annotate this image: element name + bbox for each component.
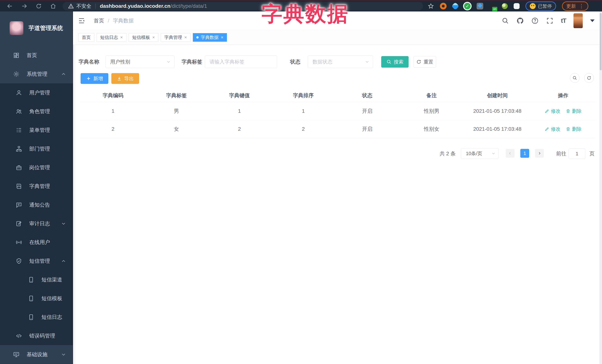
security-label: 不安全 [76,3,91,10]
tab-sms-template[interactable]: 短信模板 × [129,33,158,42]
table-row[interactable]: 1 男 1 1 开启 性别男 2021-01-05 17:03:48 修改 [81,102,595,120]
breadcrumb-home[interactable]: 首页 [94,17,104,24]
page-number-button[interactable]: 1 [520,149,529,158]
menu-list-icon [16,127,22,134]
column-header: 字典键值 [207,92,271,99]
breadcrumb-separator: / [108,18,109,24]
tab-dict-manage[interactable]: 字典管理 × [161,33,190,42]
cell-status: 开启 [335,125,399,133]
fullscreen-icon[interactable] [546,17,553,24]
app-logo-row[interactable]: 芋道管理系统 [0,11,73,45]
extension-gem-icon[interactable] [452,2,459,10]
sidebar-fold-icon[interactable] [78,17,85,24]
dict-tag-input[interactable] [205,56,277,68]
sidebar-item-label: 短信日志 [42,314,62,321]
profile-paused-chip[interactable]: 已暂停 [526,1,556,11]
download-icon [117,76,122,81]
next-page-button[interactable] [535,149,544,158]
close-icon[interactable]: × [152,35,155,40]
edit-link[interactable]: 修改 [545,126,560,132]
window-scrollbar[interactable] [599,11,602,364]
font-size-icon[interactable]: tT [561,17,566,24]
sidebar-item-sms-channel[interactable]: 短信渠道 [0,270,73,289]
sidebar-item-home[interactable]: 首页 [0,46,73,65]
sidebar-item-sms-log[interactable]: 短信日志 [0,308,73,326]
delete-link[interactable]: 删除 [566,126,582,132]
cell-sort: 1 [271,108,335,114]
status-select[interactable]: 数据状态 [308,56,373,68]
extensions-puzzle-icon[interactable] [514,3,520,9]
breadcrumb: 首页 / 字典数据 [94,17,134,24]
tab-dict-data[interactable]: 字典数据 × [193,33,227,42]
close-icon[interactable]: × [184,35,187,40]
bookmark-star-icon[interactable] [428,3,434,9]
github-icon[interactable] [516,17,524,24]
avatar-caret-icon[interactable] [590,20,595,22]
sidebar-item-sms-template[interactable]: 短信模板 [0,289,73,308]
delete-label: 删除 [572,108,582,114]
sidebar-item-system[interactable]: 系统管理 [0,65,73,83]
browser-back-icon[interactable] [7,3,13,9]
table-row[interactable]: 2 女 2 2 开启 性别女 2021-01-05 17:03:48 修改 [81,120,595,138]
sidebar-item-error-codes[interactable]: 错误码管理 [0,326,73,345]
refresh-table-button[interactable] [584,73,594,83]
dict-name-label: 字典名称 [78,56,99,68]
sidebar-item-audit-log[interactable]: 审计日志 [0,214,73,233]
close-icon[interactable]: × [221,35,223,40]
toggle-search-button[interactable] [570,73,580,83]
extension-check-icon[interactable] [464,3,471,10]
url-path: /dict/type/data/1 [171,3,207,9]
sidebar-item-roles[interactable]: 角色管理 [0,102,73,121]
sidebar-item-label: 系统管理 [27,71,47,78]
extension-leaf-icon[interactable] [502,3,508,9]
add-button[interactable]: 新增 [81,73,108,84]
browser-menu-icon[interactable]: ⋮ [579,3,584,9]
tab-home[interactable]: 首页 [78,33,94,42]
export-button[interactable]: 导出 [111,73,139,84]
page-size-select[interactable]: 10条/页 [461,148,498,159]
overlay-annotation-title: 字典数据 [259,0,352,28]
sidebar-item-dict[interactable]: 字典管理 [0,177,73,196]
browser-home-icon[interactable] [50,3,56,9]
dict-name-select[interactable]: 用户性别 [106,56,174,68]
dict-tag-label: 字典标签 [182,56,202,68]
shield-check-icon [16,258,22,264]
close-icon[interactable]: × [120,35,123,40]
address-bar[interactable]: 不安全 dashboard.yudao.iocoder.cn /dict/typ… [63,2,423,10]
goto-page-input[interactable] [569,148,585,159]
avatar[interactable] [573,13,583,28]
pencil-icon [545,127,549,131]
delete-link[interactable]: 删除 [566,108,582,114]
tab-sms-log[interactable]: 短信日志 × [97,33,126,42]
cell-remark: 性别女 [399,125,464,133]
sidebar-item-departments[interactable]: 部门管理 [0,139,73,158]
sidebar-item-label: 部门管理 [29,145,50,152]
sidebar-item-users[interactable]: 用户管理 [0,83,73,102]
search-icon[interactable] [502,17,509,24]
prev-page-button[interactable] [506,149,515,158]
not-secure-warning-icon [68,3,74,9]
monitor-chart-icon [13,351,20,358]
sidebar-item-sms[interactable]: 短信管理 [0,252,73,270]
browser-reload-icon[interactable] [36,3,42,9]
reset-button[interactable]: 重置 [413,56,436,68]
sidebar-item-posts[interactable]: 岗位管理 [0,158,73,177]
edit-link[interactable]: 修改 [545,108,560,114]
sidebar-item-label: 菜单管理 [29,127,50,134]
extension-orange-icon[interactable] [440,3,447,10]
scrollbar-thumb[interactable] [600,13,602,70]
sidebar-item-menus[interactable]: 菜单管理 [0,121,73,139]
cell-sort: 2 [271,126,335,132]
sidebar-item-infrastructure[interactable]: 基础设施 [0,345,73,364]
search-button[interactable]: 搜索 [381,56,408,68]
status-label: 状态 [290,56,301,68]
sidebar-item-notice[interactable]: 通知公告 [0,196,73,214]
dictionary-book-icon [16,183,22,190]
extension-on-icon[interactable]: on [489,3,496,10]
refresh-icon [587,75,591,80]
extension-diamond-icon[interactable] [477,3,483,10]
help-icon[interactable] [531,17,539,24]
sidebar-item-online-users[interactable]: 在线用户 [0,233,73,252]
browser-update-button[interactable]: 更新 ⋮ [562,1,588,11]
browser-forward-icon[interactable] [21,3,27,9]
